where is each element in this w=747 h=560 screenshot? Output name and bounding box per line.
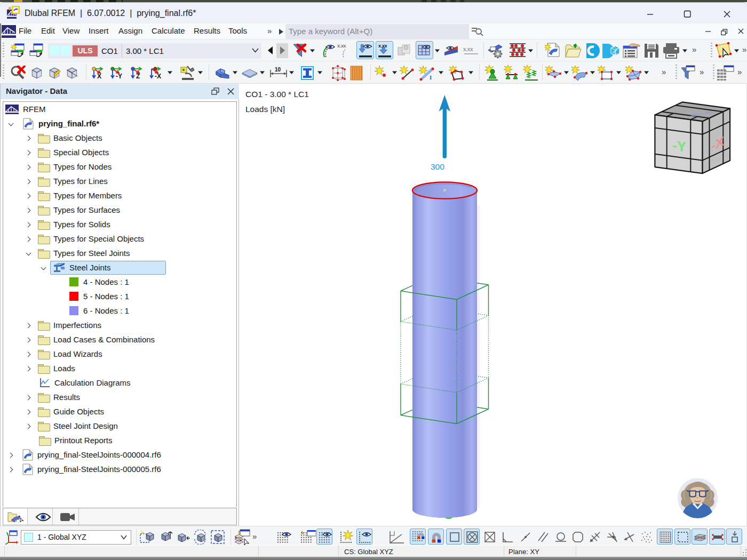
svg-text:6: 6 — [9, 6, 11, 11]
svg-text:x.xx: x.xx — [463, 46, 473, 52]
svg-text:-Y: -Y — [672, 137, 686, 155]
svg-text:-X: -X — [155, 73, 161, 80]
svg-text:10: 10 — [275, 67, 281, 73]
svg-text:X: X — [97, 73, 101, 80]
svg-text:I: I — [430, 74, 432, 81]
svg-text:x.xx: x.xx — [337, 43, 346, 49]
svg-text:Z: Z — [136, 73, 140, 80]
svg-text:300: 300 — [431, 162, 444, 171]
svg-text:-Y: -Y — [116, 73, 122, 80]
